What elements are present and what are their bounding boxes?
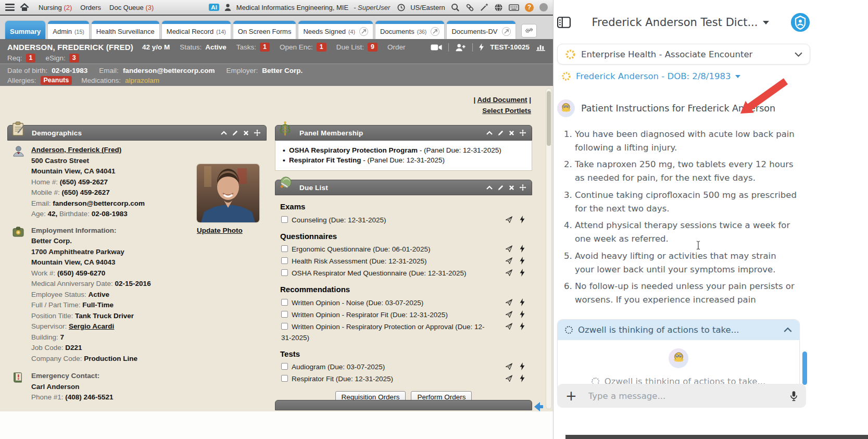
medication-value[interactable]: alprazolam [125, 77, 159, 84]
help-icon[interactable]: ? [525, 3, 534, 12]
send-order-icon[interactable] [505, 322, 513, 330]
external-link-icon[interactable] [502, 27, 511, 36]
due-item-checkbox[interactable] [281, 269, 288, 276]
ozwell-logo[interactable] [790, 12, 810, 32]
bolt-icon[interactable] [479, 43, 484, 51]
globe-icon[interactable] [494, 3, 503, 12]
order-link[interactable]: Order [387, 43, 406, 51]
due-item-checkbox[interactable] [281, 363, 288, 370]
move-portlet-icon[interactable] [519, 184, 526, 191]
external-link-icon[interactable] [359, 27, 368, 36]
chart-stats-icon[interactable] [536, 43, 546, 51]
add-document-link[interactable]: Add Document [477, 96, 527, 104]
move-portlet-icon[interactable] [254, 129, 261, 136]
due-item-checkbox[interactable] [281, 245, 288, 252]
demographics-header[interactable]: Demographics [7, 125, 267, 141]
perform-now-icon[interactable] [520, 310, 525, 318]
due-item-checkbox[interactable] [281, 375, 288, 382]
req-badge[interactable]: 1 [26, 54, 36, 62]
wand-icon[interactable] [480, 3, 488, 11]
perform-now-icon[interactable] [520, 216, 525, 223]
encounter-selector[interactable]: Enterprise Health - Associate Encounter [557, 44, 810, 65]
chevron-up-icon[interactable] [784, 328, 792, 332]
send-order-icon[interactable] [505, 362, 513, 370]
patient-name[interactable]: ANDERSON, FREDERICK (FRED) [7, 43, 133, 52]
user-avatar-circle[interactable] [539, 3, 548, 11]
assistant-scrollbar-thumb[interactable] [802, 352, 807, 385]
menu-icon[interactable] [5, 4, 15, 11]
tab-needs-signed[interactable]: Needs Signed(4) [298, 21, 373, 39]
perform-now-icon[interactable] [520, 257, 525, 265]
left-scrollbar[interactable] [546, 88, 552, 409]
due-list-header[interactable]: Due List [275, 180, 532, 195]
microphone-icon[interactable] [790, 391, 798, 402]
ai-badge[interactable]: AI [209, 4, 219, 11]
edit-portlet-icon[interactable] [497, 184, 504, 191]
perform-now-icon[interactable] [520, 269, 525, 277]
collapse-portlet-icon[interactable] [221, 131, 227, 135]
timezone-label[interactable]: US/Eastern [410, 4, 445, 11]
perform-now-icon[interactable] [520, 322, 525, 330]
send-order-icon[interactable] [505, 298, 513, 306]
tab-documents-dv[interactable]: Documents-DV [447, 21, 515, 39]
close-portlet-icon[interactable] [509, 130, 514, 136]
add-user-icon[interactable] [455, 43, 466, 52]
panel-membership-header[interactable]: Panel Membership [275, 125, 532, 141]
thinking-card-header[interactable]: Ozwell is thinking of actions to take... [558, 320, 799, 340]
sidebar-toggle-icon[interactable] [557, 17, 571, 28]
attach-plus-button[interactable]: + [565, 389, 577, 403]
due-item-checkbox[interactable] [281, 299, 288, 306]
expand-panel-arrow-icon[interactable] [532, 400, 545, 413]
tasks-badge[interactable]: 1 [260, 43, 270, 52]
video-camera-icon[interactable] [431, 44, 442, 51]
nav-item-orders[interactable]: Orders [80, 4, 101, 11]
chat-input[interactable] [588, 391, 778, 401]
keyboard-icon[interactable] [509, 4, 519, 11]
patient-context-dropdown[interactable]: Frederick Anderson - DOB: 2/8/1983 [557, 71, 810, 81]
tab-medical-record[interactable]: Medical Record(14) [162, 21, 231, 39]
left-scrollbar-thumb[interactable] [547, 91, 551, 146]
tab-on-screen-forms[interactable]: On Screen Forms [233, 21, 296, 39]
nav-item-doc-queue[interactable]: Doc Queue (3) [109, 4, 154, 11]
edit-portlet-icon[interactable] [232, 130, 238, 136]
perform-now-icon[interactable] [520, 245, 525, 253]
perform-now-icon[interactable] [520, 374, 525, 382]
tab-summary[interactable]: Summary [5, 21, 45, 39]
send-order-icon[interactable] [505, 374, 513, 382]
update-photo-link[interactable]: Update Photo [197, 225, 260, 236]
tab-admin[interactable]: Admin(15) [48, 21, 89, 39]
due-item-checkbox[interactable] [281, 257, 288, 264]
edit-portlet-icon[interactable] [497, 130, 504, 136]
search-icon[interactable] [451, 3, 460, 12]
send-order-icon[interactable] [505, 310, 513, 318]
due-item-checkbox[interactable] [281, 216, 288, 223]
field-value-link[interactable]: Sergio Acardi [69, 322, 114, 330]
due-list-badge[interactable]: 9 [368, 43, 378, 52]
allergy-badge[interactable]: Peanuts [41, 76, 72, 85]
send-order-icon[interactable] [505, 257, 513, 265]
move-portlet-icon[interactable] [519, 129, 526, 136]
perform-now-icon[interactable] [520, 298, 525, 306]
tab-health-surveillance[interactable]: Health Surveillance [92, 21, 159, 39]
home-icon[interactable] [20, 3, 29, 11]
esign-badge[interactable]: 3 [69, 54, 79, 62]
tab-settings-gear-button[interactable] [521, 24, 537, 37]
external-link-icon[interactable] [431, 27, 439, 36]
close-portlet-icon[interactable] [509, 185, 514, 191]
collapse-portlet-icon[interactable] [486, 185, 493, 190]
due-item-checkbox[interactable] [281, 311, 288, 318]
close-portlet-icon[interactable] [243, 130, 249, 136]
nav-item-nursing[interactable]: Nursing (2) [39, 4, 72, 11]
link-icon[interactable] [466, 3, 474, 12]
patient-name-link[interactable]: Anderson, Frederick (Fred) [31, 146, 121, 154]
select-portlets-link[interactable]: Select Portlets [482, 107, 531, 115]
due-item-checkbox[interactable] [281, 323, 288, 330]
collapse-portlet-icon[interactable] [486, 131, 493, 135]
send-order-icon[interactable] [505, 269, 513, 277]
send-order-icon[interactable] [505, 245, 513, 253]
perform-now-icon[interactable] [520, 362, 525, 370]
tab-documents[interactable]: Documents(36) [375, 21, 444, 39]
send-order-icon[interactable] [505, 216, 513, 223]
conversation-title-dropdown[interactable]: Frederick Anderson Test Dict... [571, 16, 790, 29]
open-enc-badge[interactable]: 1 [317, 43, 326, 52]
